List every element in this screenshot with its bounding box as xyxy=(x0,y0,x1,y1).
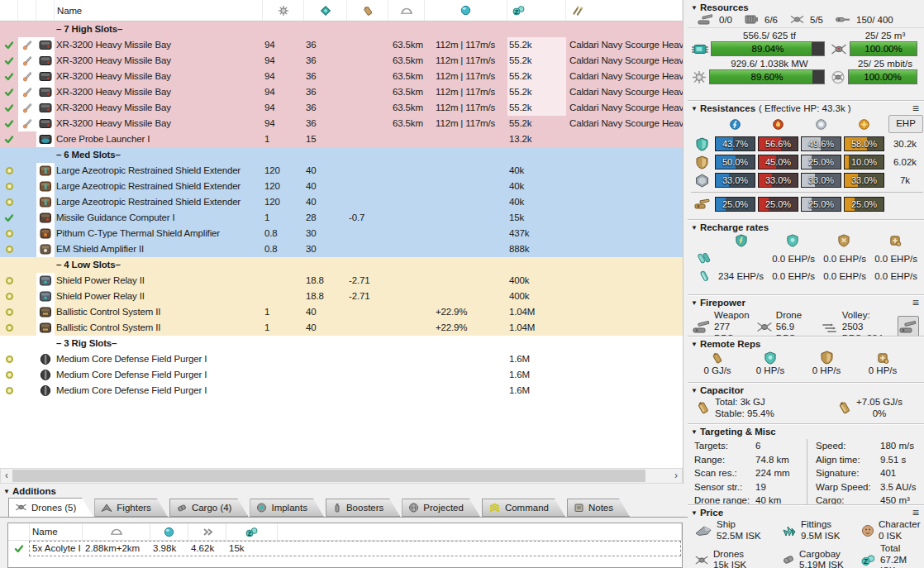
fp-turret-icon xyxy=(899,321,917,333)
module-row[interactable]: Large Azeotropic Restrained Shield Exten… xyxy=(0,194,683,210)
module-row[interactable]: Medium Core Defense Field Purger I1.6M xyxy=(0,367,683,383)
rr-burst-icon xyxy=(698,251,712,265)
module-row[interactable]: Pithum C-Type Thermal Shield Amplifier0.… xyxy=(0,226,683,241)
collapse-arrow-icon[interactable]: ▼ xyxy=(691,105,698,112)
weapon-toggle-button[interactable] xyxy=(898,316,919,337)
collapse-arrow-icon[interactable]: ▼ xyxy=(691,341,698,348)
module-row[interactable]: XR-3200 Heavy Missile Bay943663.5km112m … xyxy=(0,53,683,69)
module-row[interactable]: Large Azeotropic Restrained Shield Exten… xyxy=(0,163,683,179)
state-online-icon[interactable] xyxy=(5,166,14,175)
module-price: 15k xyxy=(507,210,566,226)
module-guidance-computer-icon xyxy=(39,212,52,223)
stat-label: Warp Speed: xyxy=(816,480,880,494)
tab-drones-5[interactable]: Drones (5) xyxy=(8,498,93,517)
state-online-icon[interactable] xyxy=(5,245,14,254)
module-row[interactable]: XR-3200 Heavy Missile Bay943663.5km112m … xyxy=(0,84,683,100)
module-row[interactable]: Large Azeotropic Restrained Shield Exten… xyxy=(0,179,683,194)
drone-row[interactable]: 5x Acolyte I2.88km+2km3.98k4.62k15k xyxy=(8,541,682,556)
scrollbar-thumb[interactable] xyxy=(12,470,645,482)
collapse-arrow-icon[interactable]: ▼ xyxy=(691,299,698,307)
module-launcher-icon xyxy=(39,103,52,113)
tab-projected[interactable]: Projected xyxy=(402,499,480,517)
powergrid-percent: 89.60% xyxy=(710,70,824,84)
collapse-arrow-icon[interactable]: ▼ xyxy=(691,387,698,394)
drone-price: 15k xyxy=(226,541,278,556)
collapse-arrow-icon[interactable]: ▼ xyxy=(691,4,698,12)
module-row[interactable]: Ballistic Control System II140+22.9%1.04… xyxy=(0,304,683,320)
collapse-arrow-icon[interactable]: ▼ xyxy=(691,428,698,436)
state-online-icon[interactable] xyxy=(5,308,14,317)
state-online-icon[interactable] xyxy=(5,276,14,285)
effective-hp-label: ( Effective HP: 43.3k ) xyxy=(759,103,851,113)
state-active-icon[interactable] xyxy=(4,56,14,66)
tab-implants[interactable]: Implants xyxy=(250,499,323,517)
tab-cargo-4[interactable]: Cargo (4) xyxy=(169,499,249,517)
dmg-em-icon xyxy=(729,118,741,131)
menu-icon[interactable]: ≡ xyxy=(912,508,919,517)
state-online-icon[interactable] xyxy=(5,386,14,395)
tab-boosters[interactable]: Boosters xyxy=(326,499,400,517)
ehp-toggle-button[interactable]: EHP xyxy=(888,115,923,133)
recharge-title: Recharge rates xyxy=(700,222,769,232)
tab-notes[interactable]: Notes xyxy=(567,499,630,517)
module-rig-icon xyxy=(40,354,51,365)
state-online-icon[interactable] xyxy=(5,323,14,332)
tab-command[interactable]: Command xyxy=(482,499,565,517)
module-row[interactable]: Medium Core Defense Field Purger I1.6M xyxy=(0,351,683,367)
module-power-relay-icon xyxy=(39,291,52,302)
module-range: 63.5km xyxy=(388,53,425,69)
tab-fighters[interactable]: Fighters xyxy=(94,499,168,517)
state-active-icon[interactable] xyxy=(4,213,14,223)
stat-label: Drone range: xyxy=(694,494,755,505)
horizontal-scrollbar[interactable]: ‹ › xyxy=(0,468,683,484)
state-active-icon[interactable] xyxy=(4,103,14,113)
menu-icon[interactable]: ≡ xyxy=(912,298,919,307)
collapse-arrow-icon[interactable]: ▼ xyxy=(691,509,698,517)
module-row[interactable]: XR-3200 Heavy Missile Bay943663.5km112m … xyxy=(0,116,683,131)
rr-hull-repair-icon xyxy=(888,234,902,247)
module-row[interactable]: XR-3200 Heavy Missile Bay943663.5km112m … xyxy=(0,69,683,84)
col-capacitor-icon xyxy=(362,5,374,17)
state-active-icon[interactable] xyxy=(4,72,14,82)
state-active-icon[interactable] xyxy=(4,88,14,98)
module-ammo-name xyxy=(566,383,683,399)
cpu-bar: 89.04% xyxy=(711,41,825,56)
cap-delta-icon xyxy=(837,400,852,415)
state-active-icon[interactable] xyxy=(4,135,14,145)
res-dronebay-icon xyxy=(830,42,848,56)
bandwidth-label: 25/ 25 mbit/s xyxy=(830,58,922,69)
state-online-icon[interactable] xyxy=(5,182,14,191)
state-online-icon[interactable] xyxy=(5,198,14,207)
scroll-left-arrow-icon[interactable]: ‹ xyxy=(1,469,12,483)
slot-section-label: – 3 Rig Slots– xyxy=(55,336,683,351)
module-row[interactable]: XR-3200 Heavy Missile Bay943663.5km112m … xyxy=(0,100,683,116)
state-online-icon[interactable] xyxy=(5,292,14,301)
scroll-right-arrow-icon[interactable]: › xyxy=(670,469,682,483)
state-online-icon[interactable] xyxy=(5,355,14,364)
menu-icon[interactable]: ≡ xyxy=(912,104,919,112)
module-row[interactable]: Medium Core Defense Field Purger I1.6M xyxy=(0,383,683,399)
state-online-icon[interactable] xyxy=(5,370,14,379)
module-row[interactable]: Shield Power Relay II18.8-2.71400k xyxy=(0,273,683,289)
price-value: 0 ISK xyxy=(879,531,921,542)
tab-label: Implants xyxy=(271,503,307,513)
state-online-icon[interactable] xyxy=(5,229,14,238)
module-row[interactable]: Shield Power Relay II18.8-2.71400k xyxy=(0,289,683,304)
collapse-arrow-icon[interactable]: ▼ xyxy=(3,488,10,495)
module-row[interactable]: Ballistic Control System II140+22.9%1.04… xyxy=(0,320,683,336)
module-row[interactable]: Missile Guidance Computer I128-0.715k xyxy=(0,210,683,226)
hull-thermal-resist: 33.0% xyxy=(758,173,798,188)
module-row[interactable]: EM Shield Amplifier II0.830888k xyxy=(0,241,683,257)
state-active-icon[interactable] xyxy=(4,119,14,129)
section-header-row: – 7 High Slots– xyxy=(0,21,683,37)
module-range xyxy=(388,273,425,289)
collapse-arrow-icon[interactable]: ▼ xyxy=(691,224,698,231)
resource-meters: 556.5/ 625 tf89.04%25/ 25 m³100.00%929.6… xyxy=(688,28,924,84)
cap-battery-icon xyxy=(696,400,711,415)
recharge-value: 0.0 EHP/s xyxy=(767,271,818,281)
state-active-icon[interactable] xyxy=(4,41,14,50)
module-row[interactable]: XR-3200 Heavy Missile Bay943663.5km112m … xyxy=(0,37,683,53)
module-row[interactable]: Core Probe Launcher I11513.2k xyxy=(0,131,683,147)
state-active-icon[interactable] xyxy=(14,544,24,554)
module-range xyxy=(388,179,425,194)
